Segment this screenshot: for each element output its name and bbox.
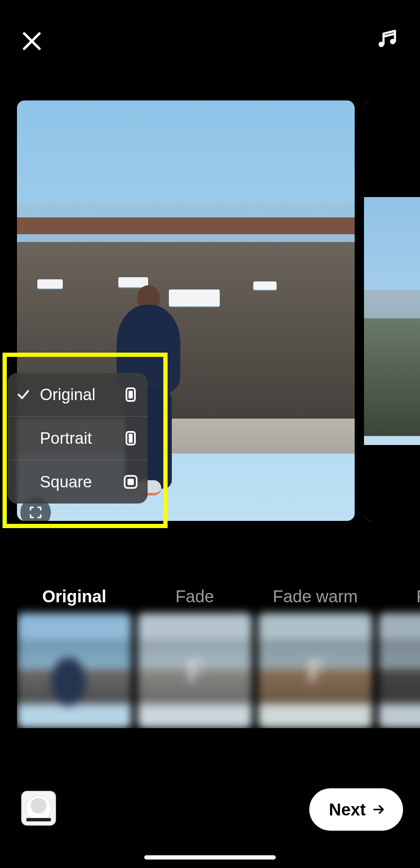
filter-thumbnail: F bbox=[258, 613, 372, 728]
aspect-ratio-menu: OriginalPortraitSquare bbox=[8, 373, 148, 504]
next-button[interactable]: Next bbox=[309, 788, 403, 831]
add-music-button[interactable] bbox=[372, 25, 402, 54]
filter-label: Fade bbox=[175, 587, 214, 606]
aspect-option-label: Original bbox=[40, 386, 115, 404]
check-icon bbox=[14, 387, 33, 402]
aspect-shape-icon bbox=[121, 473, 140, 491]
filter-thumbnail: F bbox=[137, 613, 252, 728]
photo-preview-2[interactable] bbox=[364, 100, 420, 521]
gallery-thumbnail-icon bbox=[25, 795, 52, 821]
aspect-option-label: Square bbox=[40, 473, 115, 491]
filter-fade[interactable]: Fade bbox=[378, 587, 420, 728]
filter-thumbnail bbox=[17, 613, 132, 728]
close-icon bbox=[20, 30, 43, 53]
photo-editor-screen: OriginalPortraitSquare OriginalFadeFFade… bbox=[0, 0, 420, 868]
filter-label: Fade bbox=[416, 587, 420, 606]
filter-fade[interactable]: FadeF bbox=[137, 587, 252, 728]
aspect-option-original[interactable]: Original bbox=[8, 373, 148, 417]
arrow-right-icon bbox=[372, 802, 386, 817]
boat-icon bbox=[37, 279, 63, 289]
filter-thumbnail bbox=[378, 613, 420, 728]
boat-icon bbox=[253, 281, 277, 290]
next-button-label: Next bbox=[329, 800, 366, 819]
aspect-shape-icon bbox=[121, 429, 140, 448]
music-icon bbox=[376, 28, 399, 51]
filter-letter: F bbox=[186, 653, 203, 689]
photo-content bbox=[364, 100, 420, 521]
aspect-option-square[interactable]: Square bbox=[8, 460, 148, 504]
aspect-shape-icon bbox=[121, 385, 140, 404]
svg-rect-3 bbox=[129, 391, 133, 398]
gallery-picker-button[interactable] bbox=[21, 791, 56, 826]
home-indicator[interactable] bbox=[144, 855, 276, 860]
aspect-option-portrait[interactable]: Portrait bbox=[8, 417, 148, 460]
svg-rect-5 bbox=[129, 434, 132, 443]
aspect-option-label: Portrait bbox=[40, 429, 115, 448]
filter-original[interactable]: Original bbox=[17, 587, 132, 728]
svg-point-1 bbox=[390, 39, 395, 45]
filter-letter: F bbox=[306, 653, 324, 689]
filter-label: Original bbox=[42, 587, 106, 606]
close-button[interactable] bbox=[17, 26, 47, 56]
filter-label: Fade warm bbox=[273, 587, 358, 606]
filter-fade-warm[interactable]: Fade warmF bbox=[258, 587, 372, 728]
svg-point-0 bbox=[378, 42, 384, 47]
svg-rect-7 bbox=[128, 479, 134, 485]
filter-carousel[interactable]: OriginalFadeFFade warmFFade bbox=[17, 587, 420, 728]
top-bar bbox=[0, 0, 420, 68]
crop-aspect-icon bbox=[28, 505, 43, 520]
